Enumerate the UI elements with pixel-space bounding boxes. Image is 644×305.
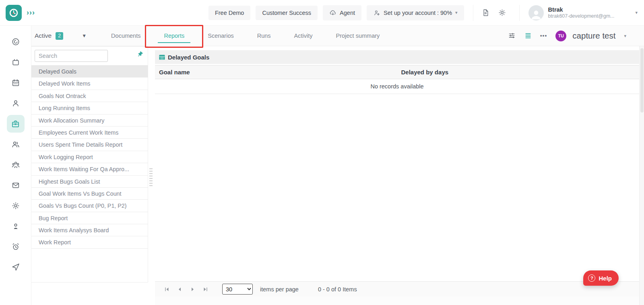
user-icon[interactable] [7, 94, 25, 112]
table-header-row: Goal name Delayed by days [155, 65, 639, 79]
app-sidebar [0, 26, 31, 305]
pagination-bar: 30 items per page 0 - 0 of 0 Items [155, 281, 639, 297]
expand-sidebar-icon[interactable]: ››› [27, 8, 35, 17]
send-icon[interactable] [7, 258, 25, 276]
cloud-download-icon [329, 9, 336, 16]
report-item-work-report[interactable]: Work Report [31, 236, 148, 248]
user-avatar[interactable] [528, 5, 544, 20]
clock-logo-icon [8, 8, 19, 18]
document-icon[interactable] [477, 5, 494, 20]
column-header-goal-name[interactable]: Goal name [155, 69, 397, 76]
mail-icon[interactable] [7, 176, 25, 194]
alarm-icon[interactable] [7, 238, 25, 256]
search-input[interactable] [35, 50, 108, 62]
report-item-delayed-work-items[interactable]: Delayed Work Items [31, 78, 148, 90]
report-item-employees-current-work-items[interactable]: Employees Current Work Items [31, 127, 148, 139]
topbar-divider [473, 5, 473, 21]
active-count-badge: 2 [56, 32, 63, 40]
tab-documents[interactable]: Documents [99, 26, 152, 46]
report-view: Delayed Goals Goal name Delayed by days … [155, 46, 639, 305]
help-label: Help [599, 275, 612, 282]
calendar-icon[interactable] [7, 74, 25, 92]
more-options-icon[interactable]: ••• [540, 33, 547, 39]
reports-panel-header [31, 47, 148, 65]
project-avatar[interactable]: TU [555, 31, 566, 41]
question-mark-icon: ? [588, 274, 595, 282]
person-silhouette-icon [529, 8, 543, 20]
pin-icon[interactable] [135, 50, 145, 59]
reports-list-panel: Delayed Goals Delayed Work Items Goals N… [31, 46, 148, 282]
report-item-delayed-goals[interactable]: Delayed Goals [31, 66, 148, 78]
items-per-page-label: items per page [260, 286, 299, 293]
chevron-down-icon[interactable]: ▾ [624, 33, 626, 39]
items-range-label: 0 - 0 of 0 Items [318, 286, 357, 293]
table-icon [159, 55, 165, 60]
app-logo[interactable] [6, 5, 22, 21]
active-filter-dropdown[interactable]: Active 2 ▼ [35, 32, 87, 40]
top-bar: ››› Free Demo Customer Success Agent Set… [0, 0, 644, 26]
report-item-goal-work-items-vs-bugs[interactable]: Goal Work Items Vs Bugs Count [31, 188, 148, 200]
project-name[interactable]: capture test [572, 31, 615, 41]
tab-strip: Documents Reports Scenarios Runs Activit… [99, 26, 391, 46]
disc-icon[interactable] [7, 33, 25, 51]
tab-activity[interactable]: Activity [283, 26, 324, 46]
settings-gear-icon[interactable] [494, 5, 510, 20]
last-page-icon[interactable] [199, 287, 212, 292]
gear-icon[interactable] [7, 197, 25, 215]
report-item-work-logging-report[interactable]: Work Logging Report [31, 151, 148, 163]
free-demo-button[interactable]: Free Demo [208, 6, 251, 20]
report-item-work-items-waiting-qa[interactable]: Work Items Waiting For Qa Appro... [31, 163, 148, 175]
previous-page-icon[interactable] [173, 287, 186, 292]
report-title-band: Delayed Goals [155, 50, 639, 64]
vertical-scrollbar[interactable] [639, 46, 644, 305]
report-item-work-allocation-summary[interactable]: Work Allocation Summary [31, 115, 148, 127]
chevron-down-icon[interactable]: ▾ [635, 10, 638, 15]
agent-button[interactable]: Agent [323, 5, 361, 20]
tv-icon[interactable] [7, 53, 25, 71]
topbar-divider [519, 5, 520, 21]
chevron-down-icon: ▼ [82, 33, 87, 39]
report-item-long-running-items[interactable]: Long Running Items [31, 102, 148, 114]
chevron-down-icon: ▾ [455, 10, 458, 15]
active-filter-label: Active [35, 32, 52, 39]
person-icon[interactable] [7, 217, 25, 235]
tabbar-actions: ••• TU capture test ▾ [508, 31, 626, 41]
project-tab-bar: Active 2 ▼ Documents Reports Scenarios R… [31, 26, 644, 46]
first-page-icon[interactable] [160, 287, 173, 292]
tab-reports[interactable]: Reports [152, 26, 196, 46]
panel-resize-handle[interactable] [149, 168, 153, 187]
user-email: btrak607-development@gm... [548, 13, 615, 20]
help-button[interactable]: ? Help [583, 270, 619, 286]
account-setup-button[interactable]: Set up your account : 90% ▾ [367, 5, 464, 20]
user-name: Btrak [548, 6, 615, 13]
customer-success-button[interactable]: Customer Success [256, 6, 318, 20]
filter-sliders-icon[interactable] [508, 32, 516, 40]
report-item-bug-report[interactable]: Bug Report [31, 212, 148, 224]
footer-strip [155, 297, 639, 305]
report-item-users-spent-time-details[interactable]: Users Spent Time Details Report [31, 139, 148, 151]
tab-runs[interactable]: Runs [246, 26, 283, 46]
next-page-icon[interactable] [186, 287, 199, 292]
report-item-highest-bugs-goals-list[interactable]: Highest Bugs Goals List [31, 176, 148, 188]
user-setup-icon [373, 9, 380, 16]
column-header-delayed-by-days[interactable]: Delayed by days [397, 69, 640, 76]
scrollbar-thumb[interactable] [640, 48, 644, 113]
tab-scenarios[interactable]: Scenarios [196, 26, 245, 46]
users-icon[interactable] [7, 135, 25, 153]
report-item-work-items-analysys-board[interactable]: Work Items Analysys Board [31, 224, 148, 236]
briefcase-icon[interactable] [7, 115, 25, 133]
reports-list: Delayed Goals Delayed Work Items Goals N… [31, 65, 148, 249]
report-item-goals-not-ontrack[interactable]: Goals Not Ontrack [31, 90, 148, 102]
user-info[interactable]: Btrak btrak607-development@gm... [548, 6, 615, 20]
report-title: Delayed Goals [168, 54, 209, 61]
page-size-select[interactable]: 30 [222, 284, 253, 295]
list-view-icon[interactable] [524, 32, 532, 39]
empty-state-row: No records available [155, 79, 639, 94]
team-icon[interactable] [7, 156, 25, 174]
tab-project-summary[interactable]: Project summary [324, 26, 392, 46]
report-item-goals-vs-bugs-count[interactable]: Goals Vs Bugs Count (P0, P1, P2) [31, 200, 148, 212]
